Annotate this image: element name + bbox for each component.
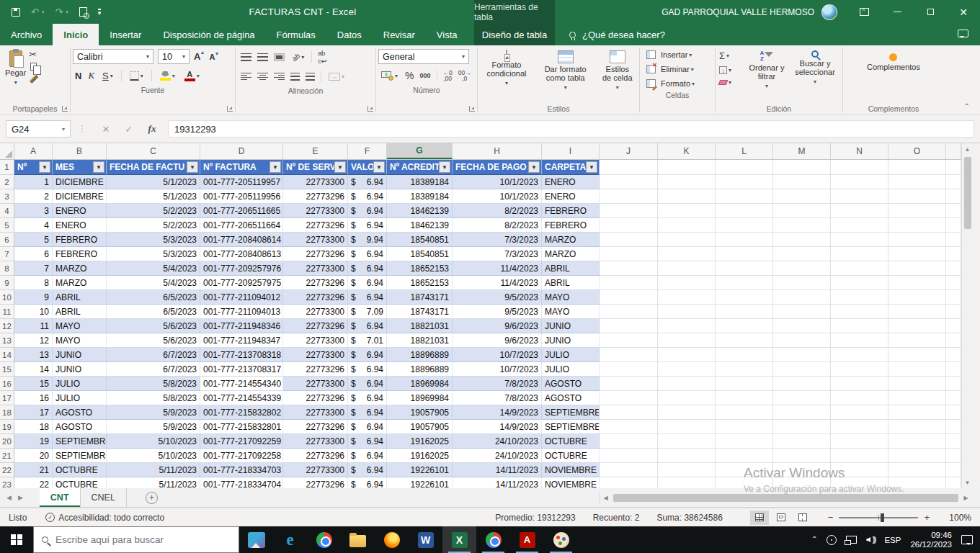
cell-A20[interactable]: 19: [14, 434, 53, 449]
bold-button[interactable]: N: [75, 71, 81, 81]
cell-D4[interactable]: 001-777-206511665: [200, 204, 283, 218]
cell-P7[interactable]: [946, 247, 961, 261]
cell-G11[interactable]: 18743171: [387, 305, 453, 319]
cell-M4[interactable]: [773, 204, 831, 218]
column-header-N[interactable]: N: [831, 143, 888, 159]
cell-H6[interactable]: 7/3/2023: [453, 233, 542, 247]
cell-O19[interactable]: [888, 420, 946, 434]
cell-C23[interactable]: 5/11/2023: [107, 477, 200, 488]
cell-C6[interactable]: 5/3/2023: [107, 233, 200, 247]
cell-M16[interactable]: [773, 377, 831, 391]
cell-C21[interactable]: 5/10/2023: [107, 449, 200, 463]
cell-A9[interactable]: 8: [14, 276, 53, 290]
cell-J19[interactable]: [600, 420, 658, 434]
cell-M17[interactable]: [773, 391, 831, 405]
cell-G6[interactable]: 18540851: [387, 233, 453, 247]
normal-view-button[interactable]: [750, 511, 769, 525]
cell-H19[interactable]: 14/9/2023: [453, 420, 542, 434]
cell-A10[interactable]: 9: [14, 290, 53, 305]
cell-O14[interactable]: [888, 348, 946, 362]
collapse-ribbon-icon[interactable]: ⌃: [964, 102, 970, 110]
cell-C10[interactable]: 6/5/2023: [107, 290, 200, 305]
cell-B10[interactable]: ABRIL: [53, 290, 107, 305]
minimize-button[interactable]: [881, 0, 914, 24]
cell-N5[interactable]: [831, 218, 888, 233]
format-as-table-button[interactable]: Dar formato como tabla ▾: [536, 48, 595, 95]
cell-G3[interactable]: 18389184: [387, 189, 453, 204]
cell-D7[interactable]: 001-777-208408613: [200, 247, 283, 261]
increase-font-size-icon[interactable]: A▲: [194, 51, 205, 62]
row-header-20[interactable]: 20: [0, 434, 14, 449]
cell-G23[interactable]: 19226101: [387, 477, 453, 488]
cell-O18[interactable]: [888, 405, 946, 420]
cell-M10[interactable]: [773, 290, 831, 305]
scroll-left-icon[interactable]: ◀: [600, 495, 611, 501]
column-header-I[interactable]: I: [542, 143, 600, 159]
cell-P10[interactable]: [946, 290, 961, 305]
cell-A2[interactable]: 1: [14, 175, 53, 189]
cell-P13[interactable]: [946, 333, 961, 348]
row-header-17[interactable]: 17: [0, 391, 14, 405]
undo-dropdown-icon[interactable]: ▾: [42, 9, 45, 15]
new-sheet-button[interactable]: +: [146, 492, 158, 504]
cell-G5[interactable]: 18462139: [387, 218, 453, 233]
row-header-5[interactable]: 5: [0, 218, 14, 233]
cell-M12[interactable]: [773, 319, 831, 333]
cell-E4[interactable]: 22773300: [283, 204, 348, 218]
cell-N21[interactable]: [831, 449, 888, 463]
cell-J12[interactable]: [600, 319, 658, 333]
cell-P8[interactable]: [946, 261, 961, 276]
sheet-nav-left-icon[interactable]: ◀: [0, 494, 18, 501]
cell-E16[interactable]: 22773300: [283, 377, 348, 391]
search-input[interactable]: [55, 534, 231, 545]
cell-J10[interactable]: [600, 290, 658, 305]
cell-N23[interactable]: [831, 477, 888, 488]
cell-styles-button[interactable]: Estilos de celda ▾: [598, 48, 638, 95]
taskbar-acrobat[interactable]: A: [510, 526, 544, 553]
wrap-text-icon[interactable]: abc↩: [318, 49, 326, 65]
cell-C5[interactable]: 5/2/2023: [107, 218, 200, 233]
cell-K14[interactable]: [658, 348, 716, 362]
cell-F10[interactable]: $6.94: [348, 290, 387, 305]
tray-network-icon[interactable]: [846, 536, 857, 544]
cell-B5[interactable]: ENERO: [53, 218, 107, 233]
cell-L3[interactable]: [716, 189, 773, 204]
page-layout-view-button[interactable]: [772, 511, 790, 525]
cell-M20[interactable]: [773, 434, 831, 449]
cell-I20[interactable]: OCTUBRE: [542, 434, 600, 449]
cell-C15[interactable]: 6/7/2023: [107, 362, 200, 377]
sheet-nav-right-icon[interactable]: ▶: [18, 494, 30, 501]
zoom-out-icon[interactable]: −: [828, 512, 834, 523]
cell-G9[interactable]: 18652153: [387, 276, 453, 290]
cell-J17[interactable]: [600, 391, 658, 405]
scroll-down-icon[interactable]: ▼: [962, 477, 973, 488]
cell-A16[interactable]: 15: [14, 377, 53, 391]
tab-inicio[interactable]: Inicio: [53, 24, 99, 45]
cell-J16[interactable]: [600, 377, 658, 391]
autosum-button[interactable]: Σ▾: [718, 50, 744, 62]
cell-B11[interactable]: ABRIL: [53, 305, 107, 319]
cell-G2[interactable]: 18389184: [387, 175, 453, 189]
filter-button-col-A[interactable]: ▼: [39, 161, 50, 173]
cancel-entry-icon[interactable]: ✕: [94, 120, 117, 138]
cell-B20[interactable]: SEPTIEMBRE: [53, 434, 107, 449]
cell-K20[interactable]: [658, 434, 716, 449]
cell-K8[interactable]: [658, 261, 716, 276]
fill-color-button[interactable]: ▾: [159, 71, 177, 81]
cell-N8[interactable]: [831, 261, 888, 276]
print-preview-icon[interactable]: [79, 7, 87, 17]
cell-L8[interactable]: [716, 261, 773, 276]
cell-P23[interactable]: [946, 477, 961, 488]
sort-filter-button[interactable]: AZ Ordenar y filtrar ▾: [744, 48, 790, 94]
cell-P15[interactable]: [946, 362, 961, 377]
column-header-E[interactable]: E: [283, 143, 348, 159]
cell-I15[interactable]: JULIO: [542, 362, 600, 377]
cell-M11[interactable]: [773, 305, 831, 319]
cell-G7[interactable]: 18540851: [387, 247, 453, 261]
cell-F23[interactable]: $6.94: [348, 477, 387, 488]
cell-A3[interactable]: 2: [14, 189, 53, 204]
table-column-header-H[interactable]: FECHA DE PAGO▼: [453, 160, 542, 175]
column-header-J[interactable]: J: [600, 143, 658, 159]
cell-M7[interactable]: [773, 247, 831, 261]
cell-J18[interactable]: [600, 405, 658, 420]
